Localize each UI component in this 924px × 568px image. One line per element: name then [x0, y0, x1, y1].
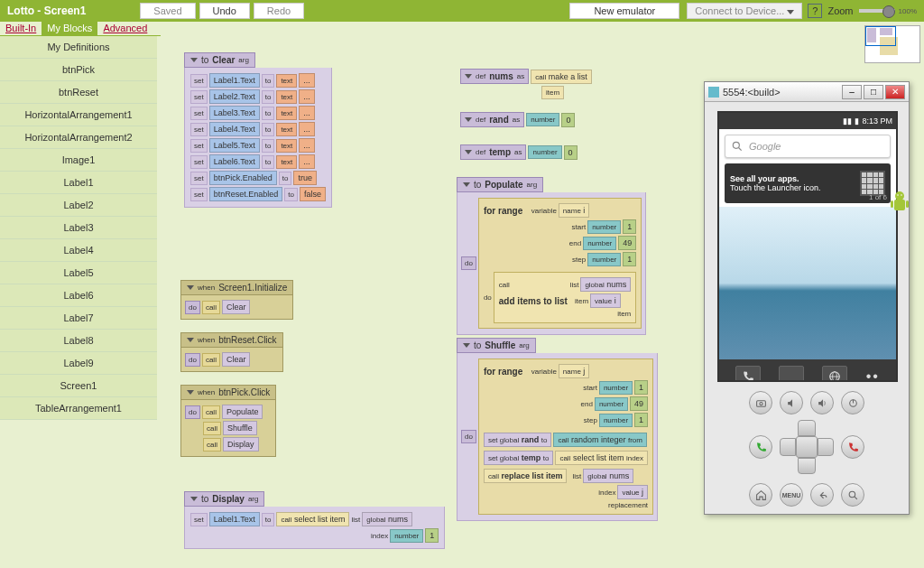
sidebar-item[interactable]: Label2 [0, 194, 157, 217]
svg-point-9 [897, 194, 899, 196]
menu-button[interactable]: MENU [780, 483, 803, 507]
apps-grid-icon [860, 171, 885, 196]
android-icon [889, 191, 910, 218]
sidebar-item[interactable]: Label5 [0, 262, 157, 284]
tip-counter: 1 of 6 [869, 193, 887, 201]
volume-up-button[interactable] [810, 391, 834, 414]
sidebar-item[interactable]: HorizontalArrangement1 [0, 104, 157, 126]
sidebar-item[interactable]: TableArrangement1 [0, 397, 157, 420]
svg-rect-7 [891, 200, 893, 208]
hw-row-2 [717, 420, 896, 474]
svg-line-16 [855, 497, 857, 499]
maximize-button[interactable]: □ [864, 85, 883, 99]
sidebar-item[interactable]: Label9 [0, 352, 157, 375]
emulator-titlebar[interactable]: 5554:<build> – □ ✕ [705, 82, 909, 102]
tab-builtin[interactable]: Built-In [0, 22, 42, 35]
emulator-title: 5554:<build> [723, 87, 840, 98]
phone-screen[interactable]: ▮▮ ▮ 8:13 PM Google See all your apps. T… [717, 111, 898, 382]
minimap[interactable] [864, 25, 920, 63]
close-button[interactable]: ✕ [885, 85, 905, 99]
dpad-center[interactable] [796, 436, 818, 458]
google-search-bar[interactable]: Google [725, 135, 891, 158]
search-button[interactable] [841, 483, 864, 507]
search-icon [731, 140, 744, 153]
svg-point-0 [733, 142, 739, 148]
svg-point-12 [759, 402, 762, 405]
component-sidebar: My DefinitionsbtnPickbtnResetHorizontalA… [0, 36, 157, 568]
block-procedure-populate[interactable]: to Populate arg do for range variablenam… [457, 177, 646, 335]
svg-rect-8 [906, 200, 909, 208]
signal-icon: ▮▮ [843, 116, 852, 126]
block-event-btnreset-click[interactable]: when btnReset.Click docallClear [180, 332, 283, 372]
chevron-down-icon [787, 10, 794, 14]
hw-row-3: MENU [717, 483, 896, 507]
power-button[interactable] [841, 391, 864, 414]
sidebar-item[interactable]: HorizontalArrangement2 [0, 126, 157, 149]
sidebar-item[interactable]: btnReset [0, 81, 157, 104]
clock: 8:13 PM [862, 116, 892, 126]
sidebar-item[interactable]: Label8 [0, 330, 157, 352]
sidebar-item[interactable]: btnPick [0, 59, 157, 81]
redo-button[interactable]: Redo [254, 3, 304, 19]
block-procedure-display[interactable]: to Display arg setLabel1.Textto call sel… [184, 491, 445, 549]
connect-device-dropdown[interactable]: Connect to Device... [687, 3, 802, 19]
undo-button[interactable]: Undo [199, 3, 250, 19]
zoom-label: Zoom [827, 5, 853, 16]
dpad [780, 420, 834, 474]
dpad-right[interactable] [818, 438, 834, 456]
phone-dock: •• [719, 359, 896, 382]
project-title: Lotto - Screen1 [7, 5, 86, 17]
sidebar-item[interactable]: Image1 [0, 149, 157, 172]
browser-icon[interactable] [822, 366, 847, 382]
new-emulator-button[interactable]: New emulator [569, 3, 679, 19]
tab-advanced[interactable]: Advanced [97, 22, 152, 35]
tab-myblocks[interactable]: My Blocks [42, 22, 97, 35]
phone-icon[interactable] [735, 366, 761, 382]
volume-down-button[interactable] [780, 391, 803, 414]
minimize-button[interactable]: – [842, 85, 862, 99]
sidebar-item[interactable]: My Definitions [0, 36, 157, 59]
battery-icon: ▮ [855, 116, 859, 126]
help-icon[interactable]: ? [808, 4, 822, 18]
emulator-window[interactable]: 5554:<build> – □ ✕ ▮▮ ▮ 8:13 PM Google S… [704, 81, 910, 515]
wallpaper [719, 207, 896, 359]
zoom-pct: 100% [899, 7, 917, 15]
block-procedure-shuffle[interactable]: to Shuffle arg do for range variablename… [457, 338, 658, 521]
launcher-icon[interactable] [779, 366, 804, 382]
svg-rect-5 [894, 200, 905, 210]
sidebar-item[interactable]: Label4 [0, 239, 157, 262]
call-button[interactable] [749, 435, 772, 459]
svg-point-10 [901, 194, 902, 196]
launcher-tip[interactable]: See all your apps. Touch the Launcher ic… [725, 163, 891, 203]
dpad-up[interactable] [798, 420, 816, 436]
sidebar-item[interactable]: Label1 [0, 172, 157, 194]
block-event-btnpick-click[interactable]: when btnPick.Click docallPopulatecallShu… [180, 385, 276, 457]
dpad-down[interactable] [798, 458, 816, 474]
emulator-app-icon [708, 87, 719, 98]
block-def-temp[interactable]: def temp as number 0 [460, 143, 578, 162]
hw-row-1 [717, 391, 896, 414]
svg-point-6 [895, 191, 904, 200]
saved-button[interactable]: Saved [140, 3, 195, 19]
svg-rect-11 [756, 400, 765, 406]
dots-icon[interactable]: •• [866, 368, 880, 382]
home-button[interactable] [749, 483, 772, 507]
block-event-screen1-initialize[interactable]: when Screen1.Initialize docallClear [180, 280, 293, 320]
block-procedure-clear[interactable]: to Clear arg setLabel1.Texttotext...setL… [184, 52, 332, 208]
zoom-slider[interactable] [859, 9, 895, 13]
svg-point-15 [849, 491, 855, 498]
top-bar: Lotto - Screen1 Saved Undo Redo New emul… [0, 0, 924, 22]
block-def-nums[interactable]: def nums as call make a list item [460, 67, 592, 101]
end-call-button[interactable] [841, 435, 864, 459]
camera-button[interactable] [749, 391, 772, 414]
svg-line-1 [739, 148, 742, 151]
sidebar-item[interactable]: Label7 [0, 307, 157, 330]
status-bar: ▮▮ ▮ 8:13 PM [719, 113, 896, 129]
sidebar-item[interactable]: Label6 [0, 284, 157, 307]
dpad-left[interactable] [780, 438, 796, 456]
block-def-rand[interactable]: def rand as number 0 [460, 110, 575, 129]
sidebar-item[interactable]: Label3 [0, 217, 157, 239]
sidebar-item[interactable]: Screen1 [0, 375, 157, 397]
back-button[interactable] [810, 483, 834, 507]
